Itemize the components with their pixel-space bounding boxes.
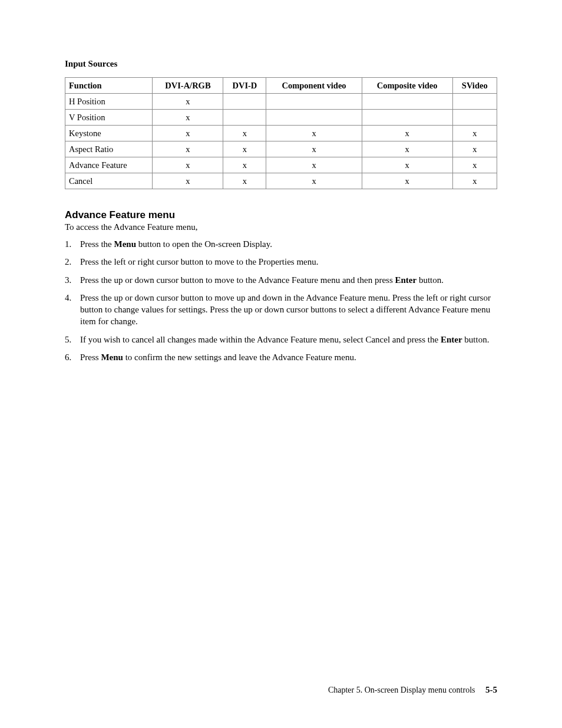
table-cell: x bbox=[223, 126, 266, 141]
step-text: button. bbox=[462, 335, 490, 344]
step-text: Press the up or down cursor button to mo… bbox=[80, 275, 395, 285]
table-row: V Position x bbox=[65, 110, 497, 126]
table-row: H Position x bbox=[65, 94, 497, 110]
table-cell bbox=[362, 110, 452, 126]
footer-chapter: Chapter 5. On-screen Display menu contro… bbox=[328, 686, 475, 694]
table-header-row: Function DVI-A/RGB DVI-D Component video… bbox=[65, 78, 497, 94]
step-text: Press the left or right cursor button to… bbox=[80, 257, 319, 266]
table-row: Aspect Ratio x x x x x bbox=[65, 141, 497, 157]
table-cell bbox=[266, 94, 362, 110]
table-cell: x bbox=[153, 141, 223, 157]
table-cell: x bbox=[362, 126, 452, 141]
step-text: button. bbox=[416, 275, 444, 285]
page-container: Input Sources Function DVI-A/RGB DVI-D C… bbox=[0, 0, 562, 728]
table-cell: Keystone bbox=[65, 126, 153, 141]
list-item: Press the left or right cursor button to… bbox=[65, 256, 497, 268]
table-header: DVI-D bbox=[223, 78, 266, 94]
list-item: If you wish to cancel all changes made w… bbox=[65, 334, 497, 345]
table-header: Composite video bbox=[362, 78, 452, 94]
table-cell: x bbox=[153, 157, 223, 173]
step-text: Press the bbox=[80, 239, 114, 249]
step-text: Press bbox=[80, 353, 101, 362]
step-bold: Enter bbox=[441, 335, 462, 344]
table-cell bbox=[266, 110, 362, 126]
table-row: Keystone x x x x x bbox=[65, 126, 497, 141]
table-cell bbox=[223, 110, 266, 126]
table-cell bbox=[362, 94, 452, 110]
footer-page-number: 5-5 bbox=[485, 685, 497, 694]
list-item: Press the Menu button to open the On-scr… bbox=[65, 238, 497, 250]
steps-list: Press the Menu button to open the On-scr… bbox=[65, 238, 497, 363]
table-cell: x bbox=[362, 141, 452, 157]
list-item: Press the up or down cursor button to mo… bbox=[65, 274, 497, 286]
table-cell: x bbox=[266, 141, 362, 157]
step-bold: Menu bbox=[114, 239, 137, 249]
step-bold: Menu bbox=[101, 353, 123, 362]
table-cell: x bbox=[223, 141, 266, 157]
table-cell: V Position bbox=[65, 110, 153, 126]
page-footer: Chapter 5. On-screen Display menu contro… bbox=[328, 685, 497, 695]
step-text: to confirm the new settings and leave th… bbox=[123, 353, 356, 362]
table-cell: H Position bbox=[65, 94, 153, 110]
table-cell: x bbox=[266, 126, 362, 141]
table-header: DVI-A/RGB bbox=[153, 78, 223, 94]
section-title: Input Sources bbox=[65, 59, 497, 69]
table-cell bbox=[452, 110, 497, 126]
table-cell: x bbox=[362, 173, 452, 189]
table-cell: Advance Feature bbox=[65, 157, 153, 173]
table-cell: x bbox=[153, 173, 223, 189]
table-cell: x bbox=[223, 157, 266, 173]
table-cell: x bbox=[452, 173, 497, 189]
table-cell: x bbox=[362, 157, 452, 173]
table-cell: x bbox=[223, 173, 266, 189]
table-row: Cancel x x x x x bbox=[65, 173, 497, 189]
table-cell: x bbox=[153, 110, 223, 126]
table-cell: Cancel bbox=[65, 173, 153, 189]
input-sources-table: Function DVI-A/RGB DVI-D Component video… bbox=[65, 77, 497, 189]
table-cell bbox=[223, 94, 266, 110]
table-header: Function bbox=[65, 78, 153, 94]
table-cell: x bbox=[452, 141, 497, 157]
step-text: Press the up or down cursor button to mo… bbox=[80, 293, 491, 327]
step-bold: Enter bbox=[395, 275, 416, 285]
table-cell bbox=[452, 94, 497, 110]
table-cell: x bbox=[266, 157, 362, 173]
list-item: Press the up or down cursor button to mo… bbox=[65, 292, 497, 328]
step-text: button to open the On-screen Display. bbox=[136, 239, 272, 249]
table-header: Component video bbox=[266, 78, 362, 94]
table-header: SVideo bbox=[452, 78, 497, 94]
table-cell: x bbox=[266, 173, 362, 189]
table-row: Advance Feature x x x x x bbox=[65, 157, 497, 173]
table-cell: x bbox=[153, 126, 223, 141]
table-cell: x bbox=[452, 157, 497, 173]
list-item: Press Menu to confirm the new settings a… bbox=[65, 351, 497, 363]
table-cell: x bbox=[153, 94, 223, 110]
table-cell: x bbox=[452, 126, 497, 141]
step-text: If you wish to cancel all changes made w… bbox=[80, 335, 441, 344]
intro-text: To access the Advance Feature menu, bbox=[65, 222, 497, 232]
table-cell: Aspect Ratio bbox=[65, 141, 153, 157]
subsection-heading: Advance Feature menu bbox=[65, 209, 497, 221]
